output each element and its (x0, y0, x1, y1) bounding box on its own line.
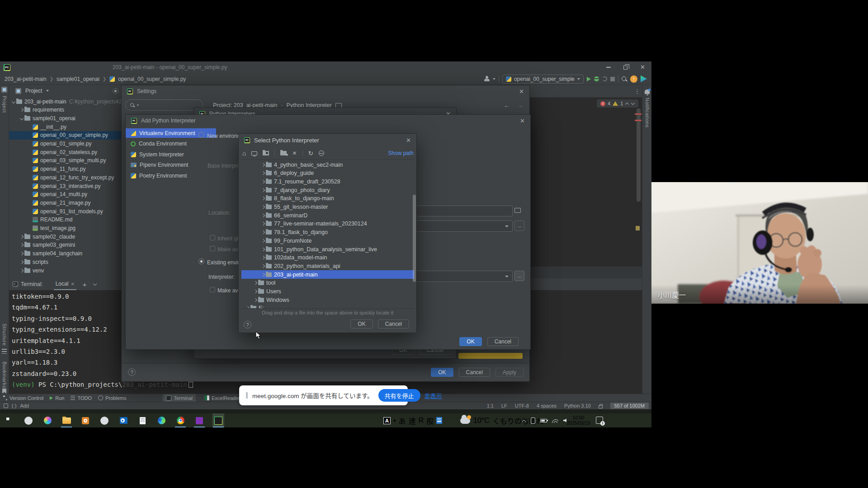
existing-environment-radio[interactable] (198, 258, 204, 264)
line-ending[interactable]: LF (501, 403, 507, 408)
project-tree-row[interactable]: openai_13_interactive.py (9, 182, 121, 190)
kebab-menu-icon[interactable]: ⋮ (634, 88, 640, 95)
taskbar-app-icon[interactable] (156, 413, 167, 427)
gear-icon[interactable] (113, 88, 118, 94)
tool-window-button[interactable]: ExcelReader (201, 394, 243, 402)
project-stripe-label[interactable]: Project (2, 96, 7, 113)
interpreter-type-item[interactable]: Poetry Environment (126, 171, 216, 180)
file-tree-row[interactable]: 101_python_Data_analysis_seminar_live (241, 245, 414, 253)
desktop-icon[interactable] (251, 151, 257, 155)
hide-link[interactable]: 非表示 (425, 391, 442, 400)
home-icon[interactable]: ⌂ (242, 150, 246, 156)
ime-pad-icon[interactable] (436, 417, 442, 424)
new-terminal-icon[interactable]: + (83, 281, 87, 288)
action-center-icon[interactable]: 1 (596, 417, 603, 424)
tree-chevron-icon[interactable] (260, 170, 266, 176)
editor-scrollbar[interactable] (637, 108, 641, 202)
taskbar-app-icon[interactable] (80, 413, 91, 427)
tree-chevron-icon[interactable] (19, 242, 24, 248)
tool-window-button[interactable]: Problems (95, 394, 129, 402)
project-tree-row[interactable]: openai_14_multi.py (9, 190, 121, 199)
taskbar-app-icon[interactable] (23, 413, 34, 427)
code-with-me-icon[interactable] (641, 75, 647, 82)
project-tree-row[interactable]: openai_91_list_models.py (9, 207, 121, 216)
project-tree-row[interactable]: sample04_langchain (9, 249, 121, 258)
make-available-checkbox[interactable] (210, 246, 215, 251)
taskbar-app-icon[interactable] (118, 413, 129, 427)
ok-button[interactable]: OK (350, 319, 373, 328)
run-button[interactable] (587, 77, 591, 81)
bookmarks-stripe-label[interactable]: Bookmarks (2, 361, 7, 389)
user-icon[interactable] (484, 76, 490, 82)
tree-chevron-icon[interactable] (260, 196, 266, 201)
tree-chevron-icon[interactable] (260, 263, 266, 269)
taskbar-app-icon[interactable] (212, 413, 224, 427)
new-environment-radio[interactable] (198, 132, 204, 138)
structure-stripe-label[interactable]: Structure (2, 324, 7, 346)
file-tree-row[interactable]: 102data_model-main (241, 253, 414, 262)
taskbar-app-icon[interactable] (99, 413, 110, 427)
cancel-button[interactable]: Cancel (378, 319, 409, 328)
tree-chevron-icon[interactable] (260, 188, 266, 193)
browse-button[interactable]: ... (514, 221, 524, 231)
file-tree-row[interactable]: 66_seminarD (241, 211, 414, 220)
structure-icon[interactable] (2, 349, 7, 354)
interpreter-type-item[interactable]: Pipenv Environment (126, 160, 216, 170)
project-tree-row[interactable]: openai_03_simple_multi.py (9, 156, 121, 165)
tree-scrollbar[interactable] (413, 195, 416, 282)
show-path-link[interactable]: Show path (388, 150, 414, 156)
file-tree-row[interactable]: Users (241, 287, 414, 296)
file-tree-row[interactable]: 99_ForumNote (241, 236, 414, 245)
volume-icon[interactable] (563, 419, 566, 422)
close-tab-icon[interactable]: ✕ (71, 282, 74, 286)
project-tree-row[interactable]: requirements (9, 106, 121, 114)
tree-chevron-icon[interactable] (11, 99, 16, 104)
ime-kana[interactable]: あ (399, 415, 406, 426)
file-tree-row[interactable]: 78.1_flask_to_django (241, 228, 414, 237)
status-add[interactable]: Add (20, 403, 29, 408)
tree-chevron-icon[interactable] (260, 230, 266, 235)
python-version[interactable]: Python 3.10 (564, 403, 591, 408)
project-tree-row[interactable]: 203_ai-petit-main C:¥python_projects¥20 (9, 97, 121, 106)
maximize-button[interactable] (623, 66, 627, 70)
update-icon[interactable]: ↑ (630, 75, 637, 83)
battery-icon[interactable] (540, 419, 547, 422)
close-icon[interactable]: ✕ (520, 117, 525, 124)
project-tree-row[interactable]: venv (9, 266, 121, 275)
new-folder-icon[interactable] (280, 151, 287, 155)
tool-window-button[interactable]: Terminal (163, 394, 196, 402)
notifications-bell-icon[interactable] (645, 89, 650, 94)
status-paren[interactable]: ( ) (12, 403, 16, 408)
cancel-button[interactable]: Cancel (487, 337, 519, 346)
tree-chevron-icon[interactable] (245, 305, 250, 309)
tree-chevron-icon[interactable] (19, 251, 24, 256)
close-button[interactable]: ✕ (640, 65, 645, 70)
bookmarks-icon[interactable] (2, 389, 6, 394)
tree-chevron-icon[interactable] (260, 213, 266, 218)
stop-button[interactable] (610, 77, 615, 81)
lock-icon[interactable] (599, 405, 603, 408)
wifi-icon[interactable] (552, 418, 558, 423)
close-icon[interactable]: ✕ (519, 88, 524, 95)
project-tree-row[interactable]: README.md (9, 216, 121, 224)
settings-search-input[interactable] (125, 99, 203, 111)
project-tree-row[interactable]: sample01_openai (9, 114, 121, 122)
project-tree-row[interactable]: __init__.py (9, 122, 121, 131)
inherit-checkbox[interactable] (210, 235, 215, 240)
file-tree-row[interactable]: 8_flask_to_django-main (241, 194, 414, 203)
tree-chevron-icon[interactable] (19, 268, 24, 273)
chevron-down-icon[interactable] (493, 78, 495, 80)
taskbar-app-icon[interactable] (175, 413, 186, 427)
ok-button[interactable]: OK (459, 337, 481, 346)
caret-position[interactable]: 1:1 (487, 403, 494, 408)
project-tree-row[interactable]: sample03_gemini (9, 241, 121, 249)
project-tree-row[interactable]: openai_12_func_try_except.py (9, 173, 121, 182)
inspection-widget[interactable]: ! 4 1 (597, 99, 638, 108)
tree-chevron-icon[interactable] (260, 238, 266, 244)
taskbar-app-icon[interactable] (4, 413, 15, 427)
terminal-dropdown-icon[interactable] (93, 282, 97, 286)
file-tree-row[interactable]: 7_django_photo_diary (241, 186, 414, 194)
ime-han[interactable]: 般 (426, 415, 434, 426)
project-tree-row[interactable]: openai_01_simple.py (9, 140, 121, 148)
stop-sharing-button[interactable]: 共有を停止 (378, 389, 420, 402)
